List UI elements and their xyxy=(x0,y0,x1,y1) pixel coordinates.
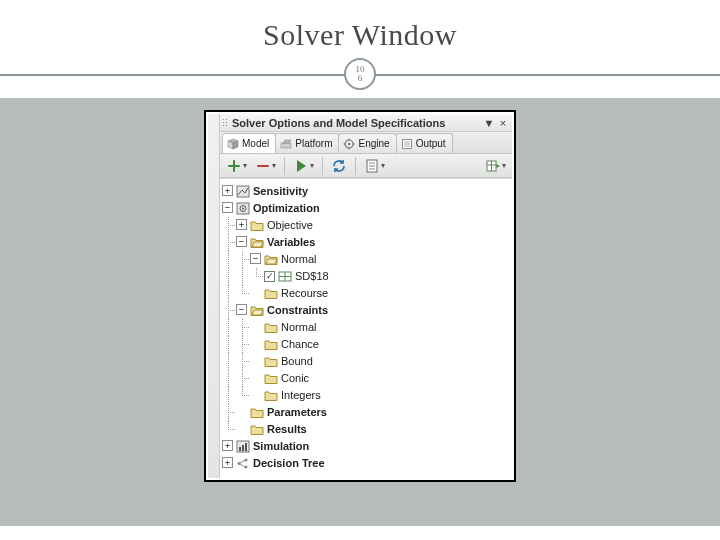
tab-label: Output xyxy=(416,138,446,149)
table-export-icon xyxy=(485,158,501,174)
decision-tree-icon xyxy=(236,457,250,470)
folder-open-icon xyxy=(250,304,264,317)
tree-node-results[interactable]: . Results xyxy=(222,421,510,438)
tree-label: Normal xyxy=(281,251,316,268)
tree-node-chance[interactable]: . Chance xyxy=(222,336,510,353)
pane-menu-dropdown[interactable]: ▼ xyxy=(482,117,496,129)
folder-icon xyxy=(264,321,278,334)
page-badge-bottom: 6 xyxy=(358,74,363,83)
tree-node-constraints[interactable]: − Constraints xyxy=(222,302,510,319)
output-icon xyxy=(401,138,413,150)
folder-open-icon xyxy=(250,236,264,249)
collapse-button[interactable]: − xyxy=(236,236,247,247)
chevron-down-icon: ▾ xyxy=(502,161,506,170)
tree-node-objective[interactable]: + Objective xyxy=(222,217,510,234)
pane-title: Solver Options and Model Specifications xyxy=(232,117,482,129)
tree-label: Normal xyxy=(281,319,316,336)
folder-icon xyxy=(250,219,264,232)
tree-label: Chance xyxy=(281,336,319,353)
expand-button[interactable]: + xyxy=(236,219,247,230)
tree-label: Constraints xyxy=(267,302,328,319)
tree-label: Simulation xyxy=(253,438,309,455)
page-badge: 10 6 xyxy=(344,58,376,90)
solver-pane-screenshot: Solver Options and Model Specifications … xyxy=(204,110,516,482)
toolbar-separator xyxy=(322,157,323,175)
collapse-button[interactable]: − xyxy=(236,304,247,315)
close-icon[interactable]: × xyxy=(496,117,510,129)
export-button[interactable]: ▾ xyxy=(483,156,508,176)
optimization-icon xyxy=(236,202,250,215)
svg-rect-0 xyxy=(281,143,291,148)
sheet-icon xyxy=(364,158,380,174)
svg-rect-26 xyxy=(239,447,241,451)
tree-node-decision-tree[interactable]: + Decision Tree xyxy=(222,455,510,472)
tab-platform[interactable]: Platform xyxy=(275,133,339,153)
add-button[interactable]: ▾ xyxy=(224,156,249,176)
collapse-button[interactable]: − xyxy=(250,253,261,264)
tree-label: Optimization xyxy=(253,200,320,217)
plus-icon xyxy=(226,158,242,174)
folder-icon xyxy=(264,287,278,300)
report-button[interactable]: ▾ xyxy=(362,156,387,176)
toolbar-separator xyxy=(355,157,356,175)
platform-icon xyxy=(280,138,292,150)
expand-button[interactable]: + xyxy=(222,440,233,451)
chevron-down-icon: ▾ xyxy=(310,161,314,170)
svg-point-21 xyxy=(242,208,244,210)
expand-button[interactable]: + xyxy=(222,185,233,196)
folder-icon xyxy=(264,372,278,385)
svg-line-32 xyxy=(240,460,245,463)
tab-model[interactable]: Model xyxy=(222,133,276,153)
chevron-down-icon: ▾ xyxy=(272,161,276,170)
run-button[interactable]: ▾ xyxy=(291,156,316,176)
tree-label: SD$18 xyxy=(295,268,329,285)
tab-output[interactable]: Output xyxy=(396,133,453,153)
folder-icon xyxy=(264,355,278,368)
play-icon xyxy=(293,158,309,174)
sensitivity-icon xyxy=(236,185,250,198)
tree-node-variables[interactable]: − Variables xyxy=(222,234,510,251)
tree-label: Results xyxy=(267,421,307,438)
tree-node-constraints-normal[interactable]: . Normal xyxy=(222,319,510,336)
chevron-down-icon: ▾ xyxy=(243,161,247,170)
folder-icon xyxy=(250,406,264,419)
tree-node-recourse[interactable]: . Recourse xyxy=(222,285,510,302)
tree-node-sensitivity[interactable]: + Sensitivity xyxy=(222,183,510,200)
chevron-down-icon: ▾ xyxy=(381,161,385,170)
tree-node-parameters[interactable]: . Parameters xyxy=(222,404,510,421)
minus-icon xyxy=(255,158,271,174)
slide-title: Solver Window xyxy=(0,18,720,52)
tree-label: Parameters xyxy=(267,404,327,421)
tree-node-simulation[interactable]: + Simulation xyxy=(222,438,510,455)
tree-node-cell[interactable]: ✓ SD$18 xyxy=(222,268,510,285)
cell-icon xyxy=(278,270,292,283)
folder-icon xyxy=(264,389,278,402)
tree-label: Integers xyxy=(281,387,321,404)
tree-label: Objective xyxy=(267,217,313,234)
tree-node-integers[interactable]: . Integers xyxy=(222,387,510,404)
tree-node-optimization[interactable]: − Optimization xyxy=(222,200,510,217)
refresh-button[interactable] xyxy=(329,156,349,176)
drag-handle-icon[interactable] xyxy=(222,118,228,128)
pane-tabs: Model Platform xyxy=(220,132,512,154)
folder-icon xyxy=(264,338,278,351)
tab-label: Engine xyxy=(358,138,389,149)
engine-icon xyxy=(343,138,355,150)
toolbar-separator xyxy=(284,157,285,175)
pane-toolbar: ▾ ▾ xyxy=(220,154,512,178)
expand-button[interactable]: + xyxy=(222,457,233,468)
collapse-button[interactable]: − xyxy=(222,202,233,213)
pane-gripper[interactable] xyxy=(208,114,220,478)
tab-label: Model xyxy=(242,138,269,149)
tree-label: Recourse xyxy=(281,285,328,302)
tree-label: Sensitivity xyxy=(253,183,308,200)
tree-label: Conic xyxy=(281,370,309,387)
slide-bottom-strip xyxy=(0,526,720,540)
tree-node-bound[interactable]: . Bound xyxy=(222,353,510,370)
tab-engine[interactable]: Engine xyxy=(338,133,396,153)
refresh-icon xyxy=(331,158,347,174)
remove-button[interactable]: ▾ xyxy=(253,156,278,176)
checkbox[interactable]: ✓ xyxy=(264,271,275,282)
tree-node-conic[interactable]: . Conic xyxy=(222,370,510,387)
tree-node-variables-normal[interactable]: − Normal xyxy=(222,251,510,268)
